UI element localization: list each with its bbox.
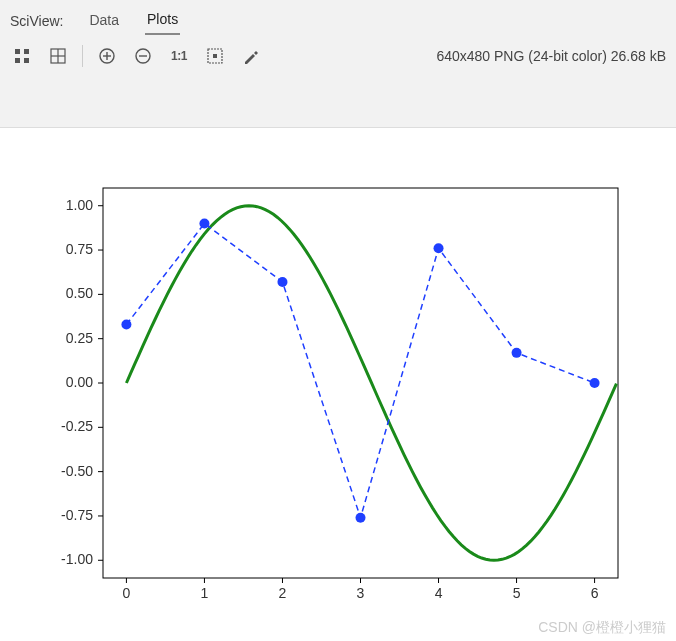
tab-row: SciView: Data Plots bbox=[0, 0, 676, 36]
plot: -1.00-0.75-0.50-0.250.000.250.500.751.00… bbox=[28, 158, 648, 628]
svg-text:2: 2 bbox=[279, 585, 287, 601]
svg-text:0.75: 0.75 bbox=[66, 241, 93, 257]
actual-size-icon[interactable]: 1:1 bbox=[167, 44, 191, 68]
svg-point-53 bbox=[590, 378, 600, 388]
svg-rect-2 bbox=[15, 58, 20, 63]
color-picker-icon[interactable] bbox=[239, 44, 263, 68]
svg-text:-0.75: -0.75 bbox=[61, 507, 93, 523]
svg-text:0.50: 0.50 bbox=[66, 285, 93, 301]
svg-text:3: 3 bbox=[357, 585, 365, 601]
svg-point-49 bbox=[277, 277, 287, 287]
image-status: 640x480 PNG (24-bit color) 26.68 kB bbox=[436, 48, 666, 64]
svg-point-47 bbox=[121, 320, 131, 330]
panel-label: SciView: bbox=[10, 13, 63, 29]
svg-text:0: 0 bbox=[123, 585, 131, 601]
svg-text:-0.50: -0.50 bbox=[61, 463, 93, 479]
fullscreen-icon[interactable] bbox=[10, 44, 34, 68]
zoom-out-icon[interactable] bbox=[131, 44, 155, 68]
svg-point-50 bbox=[356, 513, 366, 523]
tab-data[interactable]: Data bbox=[87, 8, 121, 34]
svg-rect-13 bbox=[213, 54, 217, 58]
svg-text:-0.25: -0.25 bbox=[61, 418, 93, 434]
svg-text:0.25: 0.25 bbox=[66, 330, 93, 346]
watermark: CSDN @橙橙小狸猫 bbox=[538, 619, 666, 637]
fit-screen-icon[interactable] bbox=[203, 44, 227, 68]
svg-text:5: 5 bbox=[513, 585, 521, 601]
tab-plots[interactable]: Plots bbox=[145, 7, 180, 35]
sciview-header: SciView: Data Plots 1:1 640x480 PNG (24-… bbox=[0, 0, 676, 128]
svg-point-52 bbox=[512, 348, 522, 358]
svg-text:0.00: 0.00 bbox=[66, 374, 93, 390]
svg-text:1.00: 1.00 bbox=[66, 197, 93, 213]
toolbar-separator bbox=[82, 45, 83, 67]
grid-icon[interactable] bbox=[46, 44, 70, 68]
svg-text:1: 1 bbox=[201, 585, 209, 601]
toolbar: 1:1 640x480 PNG (24-bit color) 26.68 kB bbox=[0, 36, 676, 76]
plot-area: -1.00-0.75-0.50-0.250.000.250.500.751.00… bbox=[0, 128, 676, 638]
svg-text:-1.00: -1.00 bbox=[61, 551, 93, 567]
svg-text:6: 6 bbox=[591, 585, 599, 601]
svg-point-51 bbox=[434, 243, 444, 253]
svg-rect-3 bbox=[24, 58, 29, 63]
svg-rect-1 bbox=[24, 49, 29, 54]
svg-rect-0 bbox=[15, 49, 20, 54]
svg-text:4: 4 bbox=[435, 585, 443, 601]
svg-point-48 bbox=[199, 218, 209, 228]
zoom-in-icon[interactable] bbox=[95, 44, 119, 68]
